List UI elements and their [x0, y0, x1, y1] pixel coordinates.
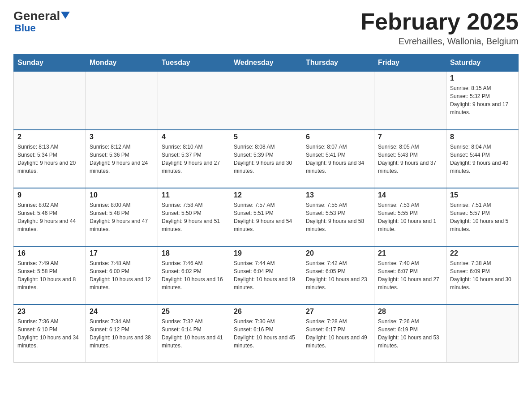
- logo-triangle-icon: [61, 12, 70, 19]
- day-info: Sunrise: 7:26 AMSunset: 6:19 PMDaylight:…: [378, 317, 442, 350]
- day-info: Sunrise: 7:36 AMSunset: 6:10 PMDaylight:…: [17, 317, 82, 350]
- day-number: 11: [162, 191, 226, 199]
- calendar-cell: 10Sunrise: 8:00 AMSunset: 5:48 PMDayligh…: [86, 188, 158, 246]
- calendar-cell: 3Sunrise: 8:12 AMSunset: 5:36 PMDaylight…: [86, 130, 158, 188]
- calendar-cell: 26Sunrise: 7:30 AMSunset: 6:16 PMDayligh…: [230, 304, 302, 363]
- day-info: Sunrise: 7:46 AMSunset: 6:02 PMDaylight:…: [162, 259, 226, 291]
- calendar-cell: 27Sunrise: 7:28 AMSunset: 6:17 PMDayligh…: [302, 304, 374, 363]
- day-number: 20: [306, 249, 370, 257]
- day-number: 28: [378, 308, 442, 316]
- calendar-cell: [374, 72, 446, 130]
- calendar-cell: 8Sunrise: 8:04 AMSunset: 5:44 PMDaylight…: [446, 130, 519, 188]
- calendar-cell: 4Sunrise: 8:10 AMSunset: 5:37 PMDaylight…: [158, 130, 230, 188]
- day-number: 27: [306, 308, 370, 316]
- calendar-cell: 1Sunrise: 8:15 AMSunset: 5:32 PMDaylight…: [446, 72, 519, 130]
- day-info: Sunrise: 7:30 AMSunset: 6:16 PMDaylight:…: [234, 317, 298, 350]
- day-info: Sunrise: 8:10 AMSunset: 5:37 PMDaylight:…: [162, 143, 226, 175]
- calendar-cell: 21Sunrise: 7:40 AMSunset: 6:07 PMDayligh…: [374, 246, 446, 304]
- calendar-week-5: 23Sunrise: 7:36 AMSunset: 6:10 PMDayligh…: [14, 304, 519, 363]
- day-info: Sunrise: 7:34 AMSunset: 6:12 PMDaylight:…: [90, 317, 154, 350]
- calendar-cell: 7Sunrise: 8:05 AMSunset: 5:43 PMDaylight…: [374, 130, 446, 188]
- calendar-cell: 15Sunrise: 7:51 AMSunset: 5:57 PMDayligh…: [446, 188, 519, 246]
- calendar-cell: 6Sunrise: 8:07 AMSunset: 5:41 PMDaylight…: [302, 130, 374, 188]
- header-saturday: Saturday: [446, 54, 519, 72]
- header-tuesday: Tuesday: [158, 54, 230, 72]
- day-info: Sunrise: 7:28 AMSunset: 6:17 PMDaylight:…: [306, 317, 370, 350]
- day-number: 18: [162, 249, 226, 257]
- day-info: Sunrise: 8:07 AMSunset: 5:41 PMDaylight:…: [306, 143, 370, 175]
- title-area: February 2025 Evrehailles, Wallonia, Bel…: [360, 9, 519, 47]
- day-info: Sunrise: 8:00 AMSunset: 5:48 PMDaylight:…: [90, 201, 154, 233]
- calendar-cell: 11Sunrise: 7:58 AMSunset: 5:50 PMDayligh…: [158, 188, 230, 246]
- day-number: 19: [234, 249, 298, 257]
- day-number: 4: [162, 133, 226, 141]
- day-info: Sunrise: 7:49 AMSunset: 5:58 PMDaylight:…: [17, 259, 82, 291]
- calendar-week-2: 2Sunrise: 8:13 AMSunset: 5:34 PMDaylight…: [14, 130, 519, 188]
- day-number: 26: [234, 308, 298, 316]
- header-thursday: Thursday: [302, 54, 374, 72]
- logo: General: [13, 9, 70, 23]
- day-number: 24: [90, 308, 154, 316]
- day-info: Sunrise: 8:13 AMSunset: 5:34 PMDaylight:…: [17, 143, 82, 175]
- logo-blue-text: Blue: [14, 22, 36, 34]
- day-info: Sunrise: 7:48 AMSunset: 6:00 PMDaylight:…: [90, 259, 154, 291]
- day-number: 5: [234, 133, 298, 141]
- calendar-table: Sunday Monday Tuesday Wednesday Thursday…: [13, 54, 519, 363]
- calendar-cell: 22Sunrise: 7:38 AMSunset: 6:09 PMDayligh…: [446, 246, 519, 304]
- calendar-cell: 18Sunrise: 7:46 AMSunset: 6:02 PMDayligh…: [158, 246, 230, 304]
- day-info: Sunrise: 7:40 AMSunset: 6:07 PMDaylight:…: [378, 259, 442, 291]
- day-number: 17: [90, 249, 154, 257]
- day-number: 6: [306, 133, 370, 141]
- day-number: 8: [450, 133, 515, 141]
- day-info: Sunrise: 8:15 AMSunset: 5:32 PMDaylight:…: [450, 84, 515, 116]
- calendar-cell: 17Sunrise: 7:48 AMSunset: 6:00 PMDayligh…: [86, 246, 158, 304]
- calendar-cell: 20Sunrise: 7:42 AMSunset: 6:05 PMDayligh…: [302, 246, 374, 304]
- calendar-cell: 5Sunrise: 8:08 AMSunset: 5:39 PMDaylight…: [230, 130, 302, 188]
- calendar-week-1: 1Sunrise: 8:15 AMSunset: 5:32 PMDaylight…: [14, 72, 519, 130]
- day-number: 12: [234, 191, 298, 199]
- calendar-cell: 19Sunrise: 7:44 AMSunset: 6:04 PMDayligh…: [230, 246, 302, 304]
- day-info: Sunrise: 7:38 AMSunset: 6:09 PMDaylight:…: [450, 259, 515, 291]
- calendar-cell: [302, 72, 374, 130]
- calendar-cell: [86, 72, 158, 130]
- day-info: Sunrise: 7:51 AMSunset: 5:57 PMDaylight:…: [450, 201, 515, 233]
- calendar-week-3: 9Sunrise: 8:02 AMSunset: 5:46 PMDaylight…: [14, 188, 519, 246]
- day-info: Sunrise: 7:44 AMSunset: 6:04 PMDaylight:…: [234, 259, 298, 291]
- day-number: 3: [90, 133, 154, 141]
- page-title: February 2025: [360, 9, 519, 34]
- calendar-cell: 12Sunrise: 7:57 AMSunset: 5:51 PMDayligh…: [230, 188, 302, 246]
- day-number: 13: [306, 191, 370, 199]
- header-monday: Monday: [86, 54, 158, 72]
- calendar-header: Sunday Monday Tuesday Wednesday Thursday…: [14, 54, 519, 72]
- day-info: Sunrise: 7:32 AMSunset: 6:14 PMDaylight:…: [162, 317, 226, 350]
- calendar-cell: 2Sunrise: 8:13 AMSunset: 5:34 PMDaylight…: [14, 130, 86, 188]
- day-info: Sunrise: 7:58 AMSunset: 5:50 PMDaylight:…: [162, 201, 226, 233]
- calendar-cell: 24Sunrise: 7:34 AMSunset: 6:12 PMDayligh…: [86, 304, 158, 363]
- day-info: Sunrise: 7:55 AMSunset: 5:53 PMDaylight:…: [306, 201, 370, 233]
- day-info: Sunrise: 7:57 AMSunset: 5:51 PMDaylight:…: [234, 201, 298, 233]
- page-subtitle: Evrehailles, Wallonia, Belgium: [360, 36, 519, 47]
- day-info: Sunrise: 8:05 AMSunset: 5:43 PMDaylight:…: [378, 143, 442, 175]
- calendar-week-4: 16Sunrise: 7:49 AMSunset: 5:58 PMDayligh…: [14, 246, 519, 304]
- calendar-cell: [230, 72, 302, 130]
- calendar-cell: [446, 304, 519, 363]
- day-number: 21: [378, 249, 442, 257]
- calendar-cell: 9Sunrise: 8:02 AMSunset: 5:46 PMDaylight…: [14, 188, 86, 246]
- logo-area: General Blue: [13, 9, 70, 34]
- calendar-cell: 13Sunrise: 7:55 AMSunset: 5:53 PMDayligh…: [302, 188, 374, 246]
- day-info: Sunrise: 8:08 AMSunset: 5:39 PMDaylight:…: [234, 143, 298, 175]
- calendar-cell: 16Sunrise: 7:49 AMSunset: 5:58 PMDayligh…: [14, 246, 86, 304]
- calendar-cell: 23Sunrise: 7:36 AMSunset: 6:10 PMDayligh…: [14, 304, 86, 363]
- page-header: General Blue February 2025 Evrehailles, …: [13, 9, 519, 47]
- calendar-cell: [14, 72, 86, 130]
- day-number: 9: [17, 191, 82, 199]
- day-number: 10: [90, 191, 154, 199]
- day-info: Sunrise: 7:42 AMSunset: 6:05 PMDaylight:…: [306, 259, 370, 291]
- calendar-cell: 28Sunrise: 7:26 AMSunset: 6:19 PMDayligh…: [374, 304, 446, 363]
- header-sunday: Sunday: [14, 54, 86, 72]
- day-number: 2: [17, 133, 82, 141]
- day-info: Sunrise: 7:53 AMSunset: 5:55 PMDaylight:…: [378, 201, 442, 233]
- day-info: Sunrise: 8:04 AMSunset: 5:44 PMDaylight:…: [450, 143, 515, 175]
- day-info: Sunrise: 8:02 AMSunset: 5:46 PMDaylight:…: [17, 201, 82, 233]
- day-number: 25: [162, 308, 226, 316]
